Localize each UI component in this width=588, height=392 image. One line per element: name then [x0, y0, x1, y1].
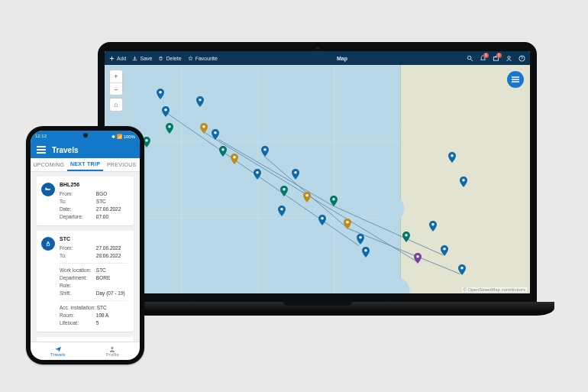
map-pin[interactable] [196, 96, 204, 107]
phone-device: 12:12 ✱ 📶 100% Travels UPCOMING NEXT TRI… [26, 126, 144, 364]
map-pin[interactable] [460, 177, 467, 187]
svg-text:?: ? [521, 56, 523, 60]
pin-icon [292, 169, 299, 180]
card-icon [41, 183, 55, 196]
map-pin[interactable] [278, 206, 286, 216]
download-icon [132, 56, 137, 61]
map-pin[interactable] [448, 152, 456, 163]
zoom-out-button[interactable]: − [110, 83, 122, 95]
map-attribution: © OpenStreetMap contributors [462, 287, 527, 292]
pin-icon [357, 234, 364, 245]
svg-point-28 [443, 248, 446, 251]
tab-previous[interactable]: PREVIOUS [103, 158, 140, 171]
map-pin[interactable] [292, 169, 299, 180]
send-icon [54, 346, 62, 352]
trips-list[interactable]: BHL256From: BGOTo: STCDate: 27.06.2022De… [31, 172, 140, 342]
map-pin[interactable] [231, 154, 238, 164]
layers-fab[interactable] [507, 71, 524, 88]
svg-point-7 [168, 125, 171, 128]
nav-profile[interactable]: Profile [86, 342, 141, 360]
pin-icon [278, 206, 286, 216]
search-icon [467, 55, 473, 62]
add-button[interactable]: Add [109, 56, 126, 61]
map-pin[interactable] [414, 253, 422, 264]
toolbar-right: 0 0 ? [467, 55, 525, 62]
save-button[interactable]: Save [132, 56, 152, 61]
pin-icon [219, 146, 227, 157]
map-pin[interactable] [441, 245, 448, 256]
nav-profile-label: Profile [106, 352, 119, 357]
star-icon [188, 56, 193, 61]
map-pin[interactable] [254, 169, 261, 180]
svg-point-5 [159, 91, 162, 94]
pin-icon [318, 215, 326, 225]
nav-travels-label: Travels [50, 352, 65, 357]
trip-card[interactable]: STCFrom: 27.06.2022To: 28.06.2022Work lo… [37, 231, 134, 332]
svg-point-32 [111, 346, 114, 348]
map-pin[interactable] [212, 129, 219, 140]
svg-point-18 [280, 208, 283, 211]
svg-point-21 [332, 198, 335, 201]
pin-icon [441, 245, 448, 256]
trip-card[interactable]: BHL256From: BGOTo: STCDate: 27.06.2022De… [37, 177, 134, 225]
svg-point-17 [294, 171, 297, 174]
pin-icon [402, 232, 410, 242]
desktop-toolbar: Add Save Delete Favourite Map [105, 51, 530, 65]
map-pin[interactable] [166, 123, 173, 134]
pin-icon [362, 247, 370, 258]
pin-icon [157, 89, 164, 99]
phone-camera [83, 133, 88, 138]
save-label: Save [140, 56, 152, 61]
helicopter-icon [44, 186, 52, 193]
notifications-button[interactable]: 0 [480, 55, 486, 62]
card-title: BHL256 [60, 181, 128, 189]
map-pin[interactable] [318, 215, 326, 225]
zoom-in-button[interactable]: + [110, 70, 122, 83]
map-pin[interactable] [157, 89, 164, 99]
trip-card[interactable]: BHL256From: STCTo: BGODate: 28.06.2022De… [37, 337, 134, 342]
map-pin[interactable] [344, 219, 351, 229]
nav-travels[interactable]: Travels [31, 342, 86, 360]
map-pin[interactable] [429, 221, 437, 232]
svg-point-23 [364, 249, 367, 252]
status-time: 12:12 [35, 134, 47, 138]
tab-next[interactable]: NEXT TRIP [67, 158, 104, 171]
plus-icon [109, 56, 115, 61]
map-pin[interactable] [357, 234, 364, 245]
toolbar-left: Add Save Delete Favourite [109, 56, 218, 61]
map-pin[interactable] [200, 123, 208, 134]
help-button[interactable]: ? [519, 55, 525, 62]
cart-button[interactable]: 0 [493, 55, 499, 62]
svg-point-6 [164, 109, 167, 112]
favourite-button[interactable]: Favourite [188, 56, 218, 61]
user-button[interactable] [506, 55, 512, 62]
pin-icon [344, 219, 351, 229]
home-button[interactable]: ⌂ [110, 99, 122, 111]
map-pin[interactable] [303, 192, 311, 202]
svg-point-24 [346, 221, 349, 224]
zoom-control: + − [109, 70, 123, 96]
pin-icon [429, 221, 437, 232]
map-pin[interactable] [261, 146, 269, 157]
search-button[interactable] [467, 55, 473, 62]
pin-icon [303, 192, 311, 202]
status-right: ✱ 📶 100% [111, 134, 135, 139]
pin-icon [458, 264, 466, 275]
menu-button[interactable] [37, 146, 46, 154]
desktop-app: Add Save Delete Favourite Map [105, 51, 530, 293]
map-pin[interactable] [362, 247, 370, 258]
laptop-device: Add Save Delete Favourite Map [98, 42, 537, 348]
map-pin[interactable] [402, 232, 410, 242]
map-pin[interactable] [162, 106, 170, 117]
tab-upcoming[interactable]: UPCOMING [31, 158, 67, 171]
map-canvas[interactable]: + − ⌂ © OpenStreetMap contributors [105, 65, 530, 293]
map-pin[interactable] [219, 146, 227, 157]
map-pin[interactable] [280, 186, 288, 196]
delete-button[interactable]: Delete [158, 56, 181, 61]
svg-point-22 [359, 236, 362, 239]
travel-tabs: UPCOMING NEXT TRIP PREVIOUS [31, 158, 140, 172]
svg-point-8 [145, 139, 148, 142]
add-label: Add [117, 56, 126, 61]
map-pin[interactable] [458, 264, 466, 275]
map-pin[interactable] [330, 196, 338, 206]
